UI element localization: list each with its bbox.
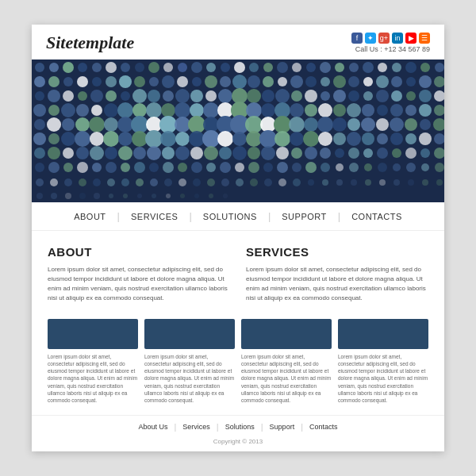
services-title: SERVICES [246,245,428,259]
svg-point-67 [132,89,147,103]
svg-point-25 [363,62,374,73]
svg-point-242 [150,178,158,186]
nav-about[interactable]: ABOUT [63,212,117,221]
svg-point-84 [376,90,389,102]
svg-point-234 [36,178,44,186]
svg-point-109 [318,103,332,117]
svg-point-206 [48,162,60,173]
svg-point-184 [147,146,161,160]
rss-icon[interactable]: ☰ [419,33,430,44]
svg-point-165 [290,132,304,146]
svg-point-236 [64,178,72,186]
card-text-2: Lorem ipsum dolor sit amet, consectetur … [144,353,235,404]
nav-support[interactable]: SUPPORT [271,212,337,221]
svg-point-148 [48,133,60,144]
svg-point-233 [435,163,444,172]
linkedin-icon[interactable]: in [392,33,403,44]
svg-point-78 [291,90,302,102]
svg-point-144 [405,118,417,131]
svg-point-247 [221,178,229,186]
svg-point-268 [109,194,113,198]
svg-point-235 [50,178,58,186]
svg-point-33 [63,77,73,86]
svg-point-129 [188,116,205,133]
svg-point-118 [34,119,45,130]
svg-point-86 [406,91,416,101]
svg-point-219 [235,163,244,172]
svg-point-274 [194,194,199,198]
card-image-4 [338,319,428,349]
svg-point-23 [335,63,344,72]
svg-point-177 [48,147,60,159]
twitter-icon[interactable]: ✦ [365,33,376,44]
svg-point-10 [148,62,159,73]
svg-point-222 [277,162,288,173]
svg-point-258 [379,179,386,186]
svg-point-57 [406,77,416,86]
svg-point-223 [292,163,301,172]
svg-point-105 [261,103,275,117]
svg-point-58 [419,75,432,88]
svg-point-261 [422,179,428,186]
footer-solutions[interactable]: Solutions [219,423,261,431]
footer-support[interactable]: Support [263,423,301,431]
svg-point-115 [405,105,416,116]
svg-point-80 [321,91,330,101]
card-1: Lorem ipsum dolor sit amet, consectetur … [48,319,138,404]
svg-point-237 [79,178,86,186]
svg-point-79 [305,90,317,102]
svg-point-135 [274,116,291,133]
svg-point-255 [336,179,343,186]
svg-point-34 [77,76,88,87]
googleplus-icon[interactable]: g+ [378,33,390,44]
facebook-icon[interactable]: f [351,33,363,44]
svg-point-176 [34,148,45,159]
svg-point-200 [377,148,388,159]
about-text: Lorem ipsum dolor sit amet, consectetur … [48,265,230,303]
about-title: ABOUT [48,245,230,259]
svg-point-48 [278,77,287,86]
svg-point-193 [276,147,289,159]
svg-point-27 [392,63,401,72]
card-text-4: Lorem ipsum dolor sit amet, consectetur … [338,353,428,404]
svg-point-250 [264,178,272,186]
footer-services[interactable]: Services [176,423,217,431]
svg-point-145 [420,119,431,130]
services-col: SERVICES Lorem ipsum dolor sit amet, con… [238,245,428,303]
header-right: f ✦ g+ in ▶ ☰ Call Us : +12 34 567 89 [351,33,430,53]
nav-solutions[interactable]: SOLUTIONS [192,212,268,221]
svg-point-159 [202,130,220,148]
svg-point-211 [121,163,130,172]
svg-point-213 [149,163,159,172]
youtube-icon[interactable]: ▶ [405,33,416,44]
svg-point-196 [320,148,331,159]
svg-point-203 [420,148,430,158]
svg-point-160 [217,131,233,147]
nav-contacts[interactable]: CONTACTS [340,212,413,221]
svg-point-209 [92,163,102,172]
svg-point-166 [303,131,319,147]
svg-point-36 [106,76,117,87]
svg-point-207 [63,163,73,172]
card-3: Lorem ipsum dolor sit amet, consectetur … [241,319,332,404]
main-nav: ABOUT | SERVICES | SOLUTIONS | SUPPORT |… [32,202,444,231]
svg-point-161 [232,132,247,146]
svg-point-82 [348,90,359,102]
svg-point-99 [175,102,190,118]
svg-point-216 [191,162,202,173]
nav-services[interactable]: SERVICES [120,212,189,221]
services-text: Lorem ipsum dolor sit amet, consectetur … [246,265,428,303]
svg-point-50 [305,76,317,87]
svg-point-19 [277,62,288,73]
svg-point-153 [118,132,132,146]
svg-point-272 [166,194,171,198]
svg-point-60 [35,91,44,101]
svg-point-208 [77,162,88,173]
footer-contacts[interactable]: Contacts [303,423,344,431]
svg-point-62 [63,90,74,102]
svg-point-87 [419,90,432,102]
card-2: Lorem ipsum dolor sit amet, consectetur … [144,319,235,404]
svg-point-44 [220,76,231,87]
svg-point-91 [61,103,75,117]
footer-about[interactable]: About Us [132,423,174,431]
